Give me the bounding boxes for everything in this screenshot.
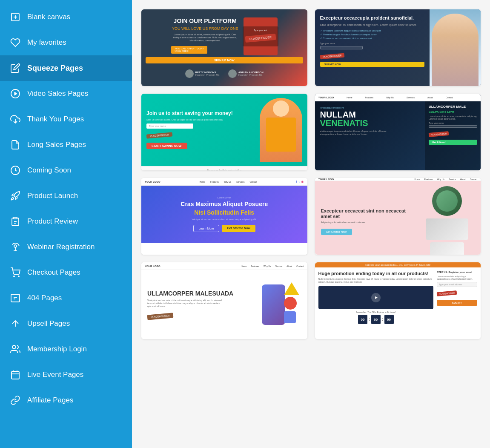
t6-nav-logo: YOUR LOGO <box>318 178 334 181</box>
t5-nav-logo: YOUR LOGO <box>145 181 160 183</box>
sidebar-item-404-pages[interactable]: 404 Pages <box>0 285 132 311</box>
template-preview-6: YOUR LOGO Home Features Why Us Service A… <box>315 178 481 255</box>
t3-title: Join us to start saving your money! <box>146 111 256 116</box>
template-preview-2: Excepteur occaecupia proident sunoficial… <box>315 9 481 86</box>
template-preview-7: YOUR LOGO Home Features Why Us Service A… <box>141 262 307 339</box>
template-card-ullamcorper[interactable]: YOUR LOGO Home Features Why Us Service A… <box>141 262 307 339</box>
users-icon <box>9 343 21 355</box>
t2-placeholder: PLACEHOLDER <box>320 53 344 60</box>
template-card-excepteur-dark[interactable]: Excepteur occaecupia proident sunoficial… <box>315 9 481 86</box>
t4-title: NULLAM <box>320 110 421 119</box>
sidebar-item-label: Long Sales Pages <box>27 141 86 149</box>
template-card-join-platform[interactable]: JOIN OUR PLATFORM YOU WILL LOVE US FROM … <box>141 9 307 86</box>
sidebar-item-affiliate-pages[interactable]: Affiliate Pages <box>0 388 132 413</box>
t4-placeholder: PLACEHOLDER <box>429 131 449 137</box>
sidebar-item-webinar-registration[interactable]: Webinar Registration <box>0 234 132 260</box>
t4-nav-logo: YOUR LOGO <box>318 96 334 99</box>
sidebar-item-blank-canvas[interactable]: Blank canvas <box>0 4 132 30</box>
heart-icon <box>9 37 21 49</box>
rocket-icon <box>9 190 21 202</box>
svg-point-13 <box>12 345 16 349</box>
sidebar-item-label: Thank You Pages <box>27 115 84 123</box>
clipboard-icon <box>9 215 21 227</box>
t6-sub: Adipiscing a lobortis rhoncus velit nati… <box>321 221 414 224</box>
sidebar: Blank canvas My favorites Squeeze Pages … <box>0 0 132 448</box>
t8-sub: Nulla fermentum a nunc ut rhoncus felis.… <box>318 278 434 283</box>
t8-right-title: STEP #1: Register your email <box>437 271 477 273</box>
t1-footer: BETTY HOPKINS Founder, Procidin Mt. ADRI… <box>185 69 264 78</box>
sidebar-item-upsell-pages[interactable]: Upsell Pages <box>0 311 132 336</box>
svg-rect-5 <box>14 217 17 219</box>
t6-button[interactable]: Get Started Now! <box>321 229 352 235</box>
pencil-icon <box>9 11 21 23</box>
svg-marker-2 <box>14 92 17 95</box>
sidebar-item-checkout-pages[interactable]: Checkout Pages <box>0 260 132 285</box>
sidebar-item-product-launch[interactable]: Product Launch <box>0 183 132 209</box>
t1-placeholder: PLACEHOLDER <box>245 34 276 43</box>
t7-title: ULLAMCORPER MALESUADA <box>147 290 241 296</box>
t2-title: Excepteur occaecupia proident sunoficial… <box>320 15 425 21</box>
t7-nav-logo: YOUR LOGO <box>145 265 160 267</box>
cloud-download-icon <box>9 113 21 125</box>
sidebar-item-video-sales-pages[interactable]: Video Sales Pages <box>0 81 132 106</box>
t1-preview: JOIN OUR PLATFORM YOU WILL LOVE US FROM … <box>141 9 307 86</box>
t3-caption: Maona ac facilisis metus tellus <box>141 166 307 170</box>
t8-minutes: 00 <box>371 315 381 324</box>
svg-point-9 <box>14 276 14 277</box>
play-circle-icon <box>9 88 21 100</box>
template-preview-3: Join us to start saving your money! Sem … <box>141 94 307 170</box>
sidebar-item-label: Squeeze Pages <box>27 64 83 73</box>
svg-rect-11 <box>11 294 20 302</box>
template-preview-4: YOUR LOGO Home Features Why Us Services … <box>315 94 481 170</box>
sidebar-item-label: Membership Login <box>27 345 87 353</box>
t8-seconds: 00 <box>384 315 394 324</box>
t6-title: Excepteur occaecat sint non occaecat ame… <box>321 208 414 219</box>
sidebar-item-squeeze-pages[interactable]: Squeeze Pages <box>0 55 132 81</box>
t5-title2: Nisi Sollicitudin Felis <box>194 209 254 216</box>
t1-badge: YOU CAN APPLY TODAY100% FREE <box>171 46 207 54</box>
sidebar-item-label: Product Launch <box>27 192 78 200</box>
t1-signup-button[interactable]: SIGN UP NOW <box>146 57 303 63</box>
sidebar-item-my-favorites[interactable]: My favorites <box>0 30 132 55</box>
template-card-saving-money[interactable]: Join us to start saving your money! Sem … <box>141 94 307 170</box>
webcam-icon <box>9 241 21 253</box>
sidebar-item-thank-you-pages[interactable]: Thank You Pages <box>0 106 132 132</box>
t5-title1: Cras Maximus Aliquet Posuere <box>181 201 268 207</box>
template-card-blue-gradient[interactable]: YOUR LOGO Home Features Why Us Services … <box>141 178 307 255</box>
sidebar-item-membership-login[interactable]: Membership Login <box>0 336 132 362</box>
template-preview-1: JOIN OUR PLATFORM YOU WILL LOVE US FROM … <box>141 9 307 86</box>
t3-button[interactable]: START SAVING NOW! <box>146 143 187 149</box>
sidebar-item-coming-soon[interactable]: Coming Soon <box>0 158 132 183</box>
template-preview-8: Activate your account today... you only … <box>315 262 481 339</box>
file-icon <box>9 139 21 151</box>
t5-learn-more-button[interactable]: Learn More <box>193 225 220 232</box>
sidebar-item-label: Video Sales Pages <box>27 89 88 98</box>
t7-text: Volutpat et sed nec ante ut diam sit ame… <box>147 299 224 308</box>
templates-grid: JOIN OUR PLATFORM YOU WILL LOVE US FROM … <box>141 9 481 339</box>
t4-title2: VENENATIS <box>320 119 421 127</box>
template-card-nullam-venenatis[interactable]: YOUR LOGO Home Features Why Us Services … <box>315 94 481 170</box>
t2-submit-button[interactable]: SUBMIT NOW <box>320 62 425 67</box>
svg-point-10 <box>18 276 19 277</box>
t5-sub: Volutpat et sed nec ante ut diam sit ame… <box>192 218 257 221</box>
t8-submit-button[interactable]: SUBMIT <box>437 300 477 306</box>
t7-placeholder: PLACEHOLDER <box>147 313 174 320</box>
sidebar-item-label: My favorites <box>27 38 66 47</box>
t4-right-sub: CULPA SINT LIPM <box>429 110 477 113</box>
t4-button[interactable]: Get It Now! <box>429 140 477 145</box>
t1-title: JOIN OUR PLATFORM <box>171 17 239 25</box>
template-card-huge-promotion[interactable]: Activate your account today... you only … <box>315 262 481 339</box>
link-icon <box>9 394 21 406</box>
template-card-pink-product[interactable]: YOUR LOGO Home Features Why Us Service A… <box>315 178 481 255</box>
sidebar-item-live-event-pages[interactable]: Live Event Pages <box>0 362 132 388</box>
sidebar-item-long-sales-pages[interactable]: Long Sales Pages <box>0 132 132 158</box>
sidebar-item-product-review[interactable]: Product Review <box>0 209 132 234</box>
cart-icon <box>9 267 21 279</box>
t8-play-icon: ▶ <box>375 296 378 299</box>
t8-title: Huge promotion ending today in all our p… <box>318 271 434 276</box>
calendar-icon <box>9 369 21 381</box>
t5-get-started-button[interactable]: Get Started Now <box>222 225 255 232</box>
t5-label: Lorem Amet <box>218 196 231 199</box>
t4-right-title: ULLAMCORPER MALE <box>429 105 477 109</box>
t2-preview: Excepteur occaecupia proident sunoficial… <box>315 9 481 86</box>
